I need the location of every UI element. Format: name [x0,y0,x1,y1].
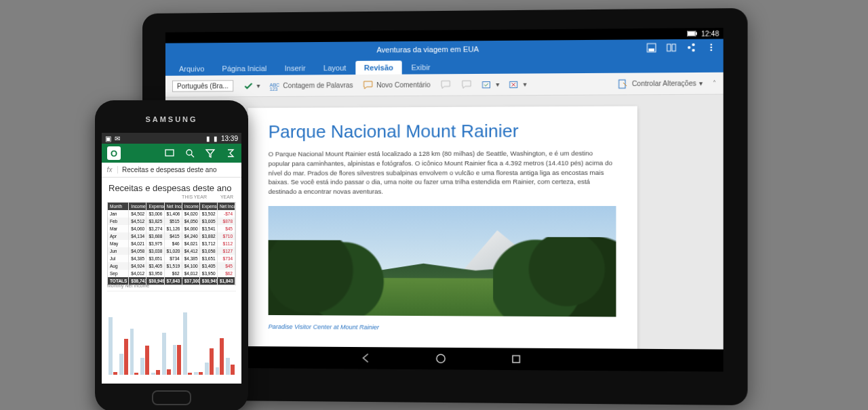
tablet-screen: 12:48 Aventuras da viagem em EUA Arquivo… [165,28,724,371]
wordcount-label: Contagem de Palavras [283,81,353,89]
document-name: Aventuras da viagem em EUA [213,43,646,55]
wordcount-icon: ABC123 [269,80,280,91]
word-ribbon: Português (Bra... ▾ ABC123 Contagem de P… [165,73,724,98]
bar-group [108,301,117,375]
svg-rect-4 [649,49,654,52]
tab-pagina-inicial[interactable]: Página Inicial [214,62,275,76]
phone-brand: SAMSUNG [95,115,248,123]
word-document-area[interactable]: Parque Nacional Mount Rainier O Parque N… [165,95,724,372]
more-icon[interactable] [706,43,716,52]
tab-arquivo[interactable]: Arquivo [171,62,212,75]
view-icon[interactable] [164,148,175,159]
svg-point-7 [688,46,690,49]
battery-icon: ▮ [214,135,218,142]
bar-group [140,301,149,375]
svg-text:123: 123 [269,86,277,91]
table-row[interactable]: Mar$4,060$3,274$1,126$4,060$3,541$45 [108,225,235,232]
ribbon-collapse-icon[interactable]: ˄ [713,79,716,87]
subheader-this-year: THIS YEAR [182,194,207,199]
spellcheck-button[interactable]: ▾ [243,80,260,91]
tab-exibir[interactable]: Exibir [403,60,439,75]
accept-button[interactable]: ▾ [482,79,500,89]
chevron-down-icon: ▾ [524,81,527,88]
svg-point-18 [437,354,445,363]
fx-label: fx [102,166,118,173]
chevron-down-icon: ▾ [699,79,703,87]
next-comment-icon [461,79,472,90]
spreadsheet[interactable]: MonthIncomeExpensesNet IncomeIncomeExpen… [107,202,236,285]
svg-rect-15 [483,81,490,87]
trackchanges-icon [618,78,629,89]
office-icon[interactable]: O [107,146,121,160]
svg-point-8 [692,43,694,46]
phone-home-button[interactable] [152,390,191,405]
bar-group [130,301,139,375]
table-row[interactable]: May$4,021$3,975$46$4,021$3,712$112 [108,240,235,247]
svg-rect-19 [513,356,519,363]
bar-group [216,301,224,375]
app2-icon: ✉ [115,135,120,142]
recent-button[interactable] [510,353,523,365]
svg-line-22 [191,155,194,157]
reading-icon[interactable] [667,43,677,52]
tab-revisao[interactable]: Revisão [356,60,402,75]
reject-button[interactable]: ▾ [509,79,527,89]
share-icon[interactable] [686,43,696,52]
save-icon[interactable] [646,43,656,52]
bar-group [205,301,214,375]
bar-group [226,301,235,375]
table-row[interactable]: Jul$4,385$3,651$734$4,385$3,651$734 [108,255,235,262]
sheet-title: Receitas e despesas deste ano [102,178,241,194]
wordcount-button[interactable]: ABC123 Contagem de Palavras [269,80,353,91]
chart: Monthly Net Income [107,291,236,379]
subheader-year: YEAR [220,194,233,199]
phone-device: SAMSUNG ▣ ✉ ▮ ▮ 13:39 O fx Receit [95,100,248,410]
chart-title: Monthly Net Income [107,283,149,288]
svg-point-11 [710,47,712,49]
battery-icon [687,30,697,36]
bar-group [194,301,203,375]
table-row[interactable]: Jan$4,502$3,006$1,406$4,020$3,502-$74 [108,210,235,218]
signal-icon: ▮ [206,135,210,142]
svg-rect-6 [672,44,675,51]
track-changes-label: Controlar Alterações [632,79,696,87]
table-row[interactable]: Feb$4,512$3,825$515$4,050$3,005$878 [108,218,235,225]
android-nav-bar [165,346,724,371]
app1-icon: ▣ [105,135,111,142]
autosum-icon[interactable] [225,148,236,159]
search-icon[interactable] [184,148,195,159]
new-comment-label: Novo Comentário [376,81,431,89]
new-comment-button[interactable]: Novo Comentário [363,79,431,91]
table-row[interactable]: Jun$4,058$3,038$1,020$4,412$3,058$127 [108,247,235,255]
bar-group [173,301,182,375]
phone-status-bar: ▣ ✉ ▮ ▮ 13:39 [102,133,241,144]
chevron-down-icon: ▾ [496,81,499,88]
formula-bar[interactable]: fx Receitas e despesas deste ano [102,163,241,178]
track-changes-button[interactable]: Controlar Alterações ▾ [618,78,703,89]
home-button[interactable] [435,352,447,365]
table-row[interactable]: Sep$4,012$3,950$62$4,012$3,950$62 [108,270,235,277]
tab-inserir[interactable]: Inserir [276,61,313,75]
svg-point-10 [710,43,712,45]
svg-rect-5 [667,44,671,51]
reject-icon [509,79,521,89]
table-row[interactable]: Aug$4,924$3,405$1,519$4,100$3,405$45 [108,262,235,270]
svg-rect-20 [165,150,174,156]
back-button[interactable] [359,352,372,364]
image-caption: Paradise Visitor Center at Mount Rainier [269,323,616,332]
filter-icon[interactable] [205,148,216,159]
prev-comment-button[interactable] [440,79,451,90]
svg-point-12 [710,49,712,52]
language-selector[interactable]: Português (Bra... [172,80,233,92]
document-heading: Parque Nacional Mount Rainier [269,120,616,142]
tab-layout[interactable]: Layout [315,61,355,75]
word-page: Parque Nacional Mount Rainier O Parque N… [248,106,637,360]
comment-icon [363,79,374,90]
table-row[interactable]: Apr$4,134$3,688$415$4,240$3,882$710 [108,232,235,240]
check-icon [243,81,254,91]
next-comment-button[interactable] [461,79,472,90]
table-header-row: MonthIncomeExpensesNet IncomeIncomeExpen… [108,203,235,210]
excel-toolbar: O [102,144,241,163]
svg-point-9 [692,49,694,52]
sheet-subheaders: THIS YEAR YEAR [102,194,241,202]
